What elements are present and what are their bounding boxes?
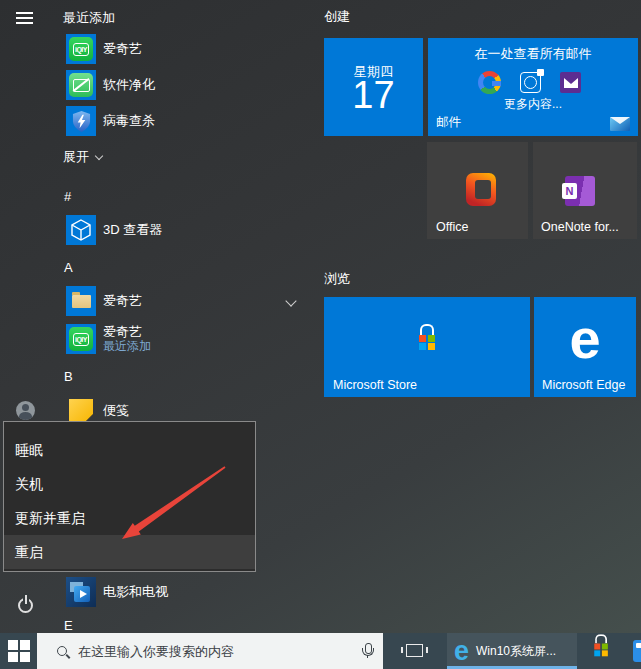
start-menu: 最近添加 iQIY 爱奇艺 软件净化 病毒查杀 展开 # 3D 查看器 A: [0, 0, 641, 669]
envelope-icon: [560, 72, 581, 93]
power-icon[interactable]: [18, 598, 33, 613]
calendar-day: 17: [324, 76, 423, 114]
user-avatar[interactable]: [16, 401, 35, 420]
3d-cube-icon: [66, 215, 96, 245]
taskbar-pinned-icon[interactable]: [633, 640, 641, 662]
google-logo-icon: [478, 71, 501, 94]
office-tile[interactable]: Office: [427, 142, 528, 239]
windows-logo-icon: [8, 640, 30, 662]
app-label: 3D 查看器: [103, 221, 162, 239]
iqiyi-icon: iQIY: [66, 324, 96, 354]
microsoft-store-tile[interactable]: Microsoft Store: [324, 297, 530, 397]
mail-app-label: 邮件: [436, 114, 461, 131]
app-row-3d-viewer[interactable]: 3D 查看器: [66, 215, 300, 245]
app-sublabel: 最近添加: [103, 340, 151, 354]
office-logo-icon: [466, 173, 496, 206]
mail-envelope-icon: [610, 117, 630, 131]
store-label: Microsoft Store: [333, 378, 417, 392]
taskbar: e Win10系统屏...: [0, 633, 641, 669]
section-letter-b[interactable]: B: [64, 369, 73, 384]
menu-item-restart[interactable]: 重启: [4, 535, 255, 569]
office-label: Office: [436, 220, 468, 234]
app-label: 软件净化: [103, 76, 155, 94]
antivirus-shield-icon: [66, 106, 96, 136]
start-button[interactable]: [0, 633, 37, 669]
onenote-logo-icon: N: [565, 176, 595, 206]
menu-item-shutdown[interactable]: 关机: [4, 467, 255, 501]
app-row-iqiyi-group[interactable]: 爱奇艺: [66, 286, 300, 316]
menu-item-update-restart[interactable]: 更新并重启: [4, 501, 255, 535]
calendar-tile[interactable]: 星期四 17: [324, 38, 423, 136]
task-view-icon[interactable]: [406, 644, 423, 657]
tile-group-create[interactable]: 创建: [324, 8, 350, 26]
app-row-antivirus[interactable]: 病毒查杀: [66, 106, 300, 136]
app-label: 爱奇艺: [103, 292, 142, 310]
taskbar-edge-button[interactable]: e Win10系统屏...: [447, 633, 577, 669]
section-letter-e[interactable]: E: [64, 618, 73, 633]
microphone-icon[interactable]: [361, 643, 373, 660]
edge-window-title: Win10系统屏...: [476, 643, 556, 660]
section-letter-hash[interactable]: #: [64, 189, 71, 204]
mail-more-label: 更多内容...: [428, 96, 638, 113]
search-icon: [57, 646, 67, 656]
app-label: 爱奇艺: [103, 325, 151, 340]
app-label: 便笺: [103, 402, 129, 420]
software-cleaner-icon: [66, 70, 96, 100]
taskbar-search-box[interactable]: [37, 633, 383, 669]
app-label: 电影和电视: [103, 583, 168, 601]
tile-group-browse[interactable]: 浏览: [324, 270, 350, 288]
chevron-down-icon: [95, 151, 103, 159]
app-label: 病毒查杀: [103, 112, 155, 130]
app-row-iqiyi-recent[interactable]: iQIY 爱奇艺 最近添加: [66, 322, 300, 356]
menu-item-sleep[interactable]: 睡眠: [4, 433, 255, 467]
edge-icon: e: [454, 638, 469, 665]
section-letter-a[interactable]: A: [64, 260, 73, 275]
onenote-tile[interactable]: N OneNote for...: [533, 142, 637, 239]
edge-logo-icon: e: [534, 311, 636, 367]
movies-tv-icon: [66, 577, 96, 607]
recently-added-header: 最近添加: [63, 9, 115, 27]
mail-tile[interactable]: 在一处查看所有邮件 更多内容... 邮件: [428, 38, 638, 136]
power-flyout-menu: 睡眠 关机 更新并重启 重启: [3, 421, 256, 572]
search-input[interactable]: [76, 643, 361, 660]
edge-label: Microsoft Edge: [542, 378, 625, 392]
onenote-label: OneNote for...: [541, 220, 619, 234]
mail-headline: 在一处查看所有邮件: [428, 45, 638, 63]
app-label: 爱奇艺: [103, 40, 142, 58]
app-row-iqiyi[interactable]: iQIY 爱奇艺: [66, 34, 300, 64]
outlook-icon: [520, 72, 541, 93]
hamburger-menu-icon[interactable]: [16, 12, 33, 24]
iqiyi-icon: iQIY: [66, 34, 96, 64]
microsoft-edge-tile[interactable]: e Microsoft Edge: [534, 297, 636, 397]
app-row-movies-tv[interactable]: 电影和电视: [66, 577, 300, 607]
app-row-software-cleaner[interactable]: 软件净化: [66, 70, 300, 100]
expand-toggle[interactable]: 展开: [63, 148, 102, 166]
folder-icon: [66, 286, 96, 316]
